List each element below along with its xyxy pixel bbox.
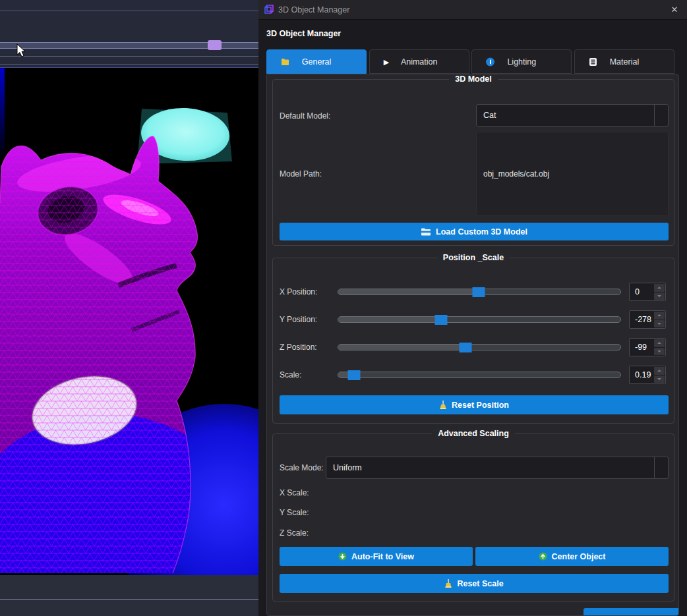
scale-mode-combobox[interactable]: Uniform — [326, 457, 669, 479]
slider-handle[interactable] — [459, 343, 471, 352]
model-path-field[interactable]: obj_models/cat.obj — [476, 132, 669, 216]
x-position-label: X Position: — [280, 287, 317, 296]
scale-spinbox[interactable]: 0.19 — [629, 366, 666, 384]
tab-label: Material — [610, 57, 639, 67]
spin-up-icon[interactable] — [654, 367, 665, 375]
z-position-label: Z Position: — [280, 343, 317, 352]
x-scale-label: X Scale: — [280, 488, 309, 497]
mouse-cursor-icon — [16, 43, 26, 58]
screen: 3D Object Manager ✕ 3D Object Manager Ge… — [0, 0, 687, 616]
slider-handle[interactable] — [473, 287, 485, 297]
tab-label: Lighting — [507, 57, 536, 67]
panel-title: 3D Object Manager — [266, 29, 341, 38]
close-icon[interactable]: ✕ — [669, 4, 680, 16]
group-title: Position _Scale — [437, 253, 510, 262]
left-toolbar — [0, 0, 258, 68]
divider — [0, 64, 258, 65]
spinbox-value: 0 — [635, 287, 640, 296]
scale-mode-label: Scale Mode: — [280, 463, 324, 472]
reset-position-button[interactable]: Reset Position — [280, 395, 669, 414]
broom-icon — [439, 401, 447, 410]
scale-label: Scale: — [280, 370, 301, 379]
spin-down-icon[interactable] — [654, 293, 665, 300]
button-label: Load Custom 3D Model — [436, 227, 527, 237]
left-status-panel — [0, 575, 258, 616]
bottom-partial-button[interactable] — [583, 608, 679, 616]
folder-icon — [281, 58, 289, 66]
tab-general[interactable]: General — [266, 49, 367, 74]
chevron-down-icon[interactable] — [654, 105, 668, 126]
open-folder-icon — [421, 228, 431, 236]
position-scale-group: Position _Scale X Position: 0 Y Position… — [272, 258, 674, 424]
tab-lighting[interactable]: Lighting — [471, 49, 572, 74]
tab-material[interactable]: Material — [574, 49, 674, 74]
load-custom-model-button[interactable]: Load Custom 3D Model — [280, 223, 669, 240]
slider-track[interactable] — [338, 372, 621, 378]
button-label: Reset Position — [452, 401, 509, 410]
divider — [0, 56, 258, 57]
auto-fit-button[interactable]: Auto-Fit to View — [280, 547, 473, 566]
info-icon — [486, 57, 494, 66]
center-object-button[interactable]: Center Object — [475, 547, 669, 566]
combobox-value: Uniform — [333, 463, 362, 472]
z-scale-label: Z Scale: — [280, 528, 309, 538]
spin-down-icon[interactable] — [654, 320, 665, 328]
arrow-down-circle-icon — [338, 552, 347, 561]
y-position-spinbox[interactable]: -278 — [629, 310, 666, 329]
spin-up-icon[interactable] — [654, 339, 665, 347]
advanced-scaling-group: Advanced Scaling Scale Mode: Uniform X S… — [272, 434, 674, 602]
window-title: 3D Object Manager — [278, 5, 349, 14]
model-path-label: Model Path: — [280, 169, 322, 179]
document-icon — [589, 57, 597, 66]
default-model-label: Default Model: — [280, 111, 330, 121]
object-manager-dialog: 3D Object Manager ✕ 3D Object Manager Ge… — [258, 0, 687, 616]
z-position-slider[interactable] — [338, 343, 621, 352]
button-label: Center Object — [552, 552, 606, 561]
y-position-slider[interactable] — [338, 315, 621, 325]
button-label: Reset Scale — [457, 579, 503, 588]
x-position-slider[interactable] — [338, 287, 621, 297]
timeline-slider-handle[interactable] — [208, 40, 222, 50]
arrow-up-circle-icon — [539, 552, 547, 561]
y-position-label: Y Position: — [280, 315, 317, 324]
cube-icon — [264, 5, 274, 14]
slider-handle[interactable] — [347, 370, 360, 380]
reset-scale-button[interactable]: Reset Scale — [280, 574, 669, 593]
model-group: 3D Model Default Model: Cat Model Path: … — [272, 79, 674, 246]
spinbox-value: -99 — [635, 343, 647, 352]
button-label: Auto-Fit to View — [351, 552, 414, 561]
chevron-down-icon[interactable] — [654, 457, 668, 478]
cat-wireframe-render — [0, 68, 258, 575]
scale-slider[interactable] — [338, 370, 621, 380]
slider-fill — [338, 289, 479, 294]
tab-label: General — [302, 57, 331, 67]
play-icon: ▶ — [384, 58, 389, 65]
dialog-titlebar[interactable]: 3D Object Manager ✕ — [258, 0, 687, 20]
tab-label: Animation — [401, 57, 438, 67]
x-position-spinbox[interactable]: 0 — [629, 283, 666, 301]
y-scale-label: Y Scale: — [280, 508, 309, 517]
spinbox-value: -278 — [635, 315, 651, 324]
slider-handle[interactable] — [434, 315, 447, 325]
group-title: Advanced Scaling — [432, 429, 515, 438]
spinbox-value: 0.19 — [635, 370, 651, 379]
divider — [0, 11, 258, 11]
left-panel — [0, 0, 258, 616]
tab-animation[interactable]: ▶ Animation — [369, 49, 469, 74]
viewport-3d[interactable] — [0, 68, 258, 575]
slider-fill — [338, 345, 466, 350]
model-path-value: obj_models/cat.obj — [483, 169, 549, 179]
default-model-combobox[interactable]: Cat — [476, 104, 669, 126]
group-title: 3D Model — [449, 74, 498, 84]
spin-down-icon[interactable] — [654, 376, 665, 383]
slider-fill — [338, 317, 442, 322]
tab-bar: General ▶ Animation Lighting Material — [266, 49, 674, 74]
spin-up-icon[interactable] — [654, 284, 665, 292]
general-tab-page: 3D Model Default Model: Cat Model Path: … — [266, 74, 679, 616]
spin-up-icon[interactable] — [654, 312, 665, 320]
combobox-value: Cat — [483, 111, 496, 120]
divider — [0, 599, 258, 600]
spin-down-icon[interactable] — [654, 348, 665, 356]
z-position-spinbox[interactable]: -99 — [629, 338, 666, 356]
broom-icon — [444, 579, 452, 588]
